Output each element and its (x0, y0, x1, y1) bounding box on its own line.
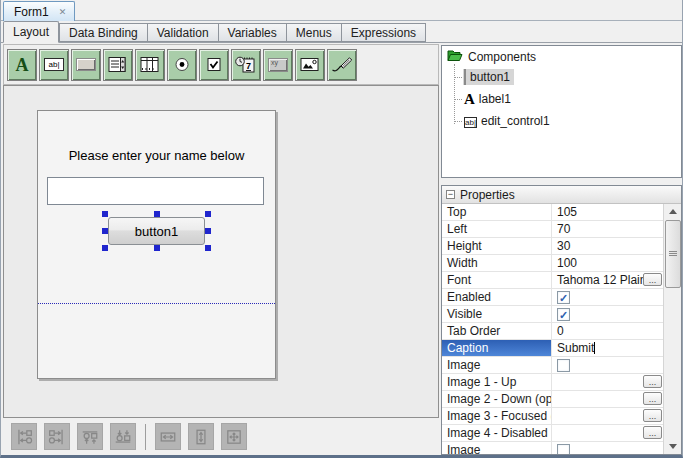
resize-handle-nw[interactable] (102, 211, 108, 217)
property-value[interactable]: Submit (552, 340, 664, 356)
component-item-button1[interactable]: button1 (442, 66, 681, 88)
property-row-visible[interactable]: Visible✓ (442, 306, 664, 323)
checkbox-checked-icon[interactable]: ✓ (557, 308, 570, 321)
property-value[interactable]: ✓ (552, 289, 664, 305)
scroll-down-icon[interactable] (665, 439, 681, 454)
alignment-toolbar (3, 418, 439, 455)
property-row-image-2-down-optional-[interactable]: Image 2 - Down (optional)... (442, 391, 664, 408)
design-label[interactable]: Please enter your name below (38, 148, 275, 163)
resize-handle-w[interactable] (102, 228, 108, 234)
property-row-image[interactable]: Image (442, 442, 664, 454)
property-row-image[interactable]: Image (442, 357, 664, 374)
component-item-edit_control1[interactable]: ab|edit_control1 (442, 110, 681, 132)
app-window: Form1 ✕ LayoutData BindingValidationVari… (0, 0, 683, 458)
property-value[interactable]: ... (552, 374, 664, 390)
property-value[interactable]: 0 (552, 323, 664, 339)
checkbox-tool-button[interactable] (199, 49, 229, 81)
property-value-text: 105 (557, 205, 577, 219)
button-tool-button[interactable] (71, 49, 101, 81)
properties-panel: − Properties Top105Left70Height30Width10… (441, 185, 682, 455)
property-row-image-4-disabled-optional-[interactable]: Image 4 - Disabled (optional)... (442, 425, 664, 442)
property-label: Height (442, 238, 552, 254)
same-size-button[interactable] (221, 423, 247, 450)
design-button[interactable]: button1 (108, 217, 205, 245)
combobox-tool-button[interactable] (103, 49, 133, 81)
checkbox-checked-icon[interactable]: ✓ (557, 291, 570, 304)
design-canvas[interactable]: Please enter your name below button1 (3, 85, 439, 418)
datetime-tool-button[interactable]: 7 (231, 49, 261, 81)
pen-tool-button[interactable] (327, 49, 357, 81)
panel-tool-button[interactable]: xy (263, 49, 293, 81)
property-label: Image (442, 357, 552, 373)
tab-form1[interactable]: Form1 ✕ (3, 1, 75, 21)
same-height-button[interactable] (188, 423, 214, 450)
property-value[interactable]: ✓ (552, 306, 664, 322)
image-tool-button[interactable] (295, 49, 325, 81)
scroll-thumb[interactable] (665, 220, 681, 288)
radio-tool-button[interactable] (167, 49, 197, 81)
document-tabbar: Form1 ✕ (1, 0, 682, 21)
browse-button[interactable]: ... (643, 392, 662, 405)
listview-tool-button[interactable] (135, 49, 165, 81)
edit-tool-button[interactable]: ab| (39, 49, 69, 81)
align-right-button[interactable] (44, 423, 70, 450)
property-row-top[interactable]: Top105 (442, 204, 664, 221)
property-value[interactable] (552, 442, 664, 454)
component-item-label1[interactable]: Alabel1 (442, 88, 681, 110)
resize-handle-se[interactable] (205, 245, 211, 251)
property-row-width[interactable]: Width100 (442, 255, 664, 272)
resize-handle-sw[interactable] (102, 245, 108, 251)
resize-handle-e[interactable] (205, 228, 211, 234)
scroll-up-icon[interactable] (665, 204, 681, 219)
property-value-text: Tahoma 12 Plain (557, 273, 646, 287)
browse-button[interactable]: ... (643, 409, 662, 422)
close-icon[interactable]: ✕ (59, 7, 67, 17)
collapse-icon[interactable]: − (446, 190, 455, 199)
tab-variables[interactable]: Variables (219, 23, 287, 42)
properties-header[interactable]: − Properties (442, 186, 681, 204)
checkbox-unchecked-icon[interactable] (557, 444, 570, 454)
properties-scrollbar[interactable] (663, 204, 681, 454)
resize-handle-s[interactable] (154, 245, 160, 251)
property-value[interactable]: 30 (552, 238, 664, 254)
property-value[interactable]: 105 (552, 204, 664, 220)
property-value[interactable] (552, 357, 664, 373)
property-row-font[interactable]: FontTahoma 12 Plain... (442, 272, 664, 289)
tab-validation[interactable]: Validation (148, 23, 219, 42)
tab-layout[interactable]: Layout (3, 21, 59, 43)
property-row-tab-order[interactable]: Tab Order0 (442, 323, 664, 340)
property-row-left[interactable]: Left70 (442, 221, 664, 238)
browse-button[interactable]: ... (643, 426, 662, 439)
property-row-height[interactable]: Height30 (442, 238, 664, 255)
property-value[interactable]: Tahoma 12 Plain... (552, 272, 664, 288)
property-row-image-1-up[interactable]: Image 1 - Up... (442, 374, 664, 391)
toolbar-separator (145, 424, 146, 450)
align-top-button[interactable] (77, 423, 103, 450)
property-row-image-3-focused-optional-[interactable]: Image 3 - Focused (optional)... (442, 408, 664, 425)
browse-button[interactable]: ... (643, 273, 662, 286)
browse-button[interactable]: ... (643, 375, 662, 388)
properties-title: Properties (460, 188, 515, 202)
label-tool-button[interactable]: A (7, 49, 37, 81)
tab-menus[interactable]: Menus (287, 23, 342, 42)
property-label: Image (442, 442, 552, 454)
property-value[interactable]: ... (552, 425, 664, 441)
align-left-button[interactable] (11, 423, 37, 450)
form-design-surface[interactable]: Please enter your name below button1 (37, 110, 276, 379)
align-bottom-button[interactable] (110, 423, 136, 450)
property-row-enabled[interactable]: Enabled✓ (442, 289, 664, 306)
tab-expressions[interactable]: Expressions (342, 23, 426, 42)
checkbox-unchecked-icon[interactable] (557, 359, 570, 372)
property-label: Image 2 - Down (optional) (442, 391, 552, 407)
property-value[interactable]: ... (552, 391, 664, 407)
tab-data-binding[interactable]: Data Binding (59, 23, 148, 42)
resize-handle-ne[interactable] (205, 211, 211, 217)
design-edit-control[interactable] (47, 177, 264, 205)
property-value[interactable]: 70 (552, 221, 664, 237)
property-value[interactable]: 100 (552, 255, 664, 271)
same-width-button[interactable] (155, 423, 181, 450)
property-row-caption[interactable]: CaptionSubmit (442, 340, 664, 357)
resize-handle-n[interactable] (154, 211, 160, 217)
property-value[interactable]: ... (552, 408, 664, 424)
properties-grid: Top105Left70Height30Width100FontTahoma 1… (442, 204, 664, 454)
